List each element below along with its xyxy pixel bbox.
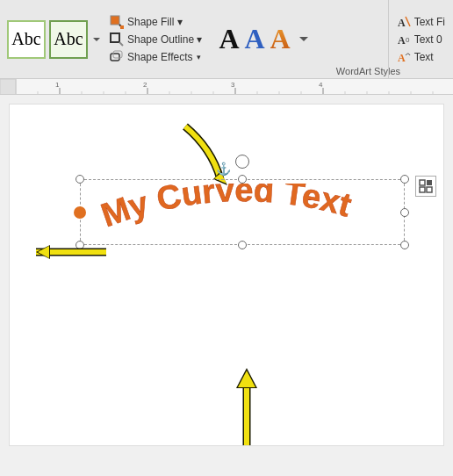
svg-text:2: 2 [143,81,147,89]
handle-bot-mid[interactable] [238,241,247,249]
svg-line-6 [406,17,410,26]
text-0-item[interactable]: A 0 Text 0 [394,32,448,47]
shape-effects-item[interactable]: Shape Effects ▾ [107,49,205,65]
svg-text:A: A [398,17,406,29]
svg-rect-1 [120,25,124,29]
ruler: /* ruler marks would be generated */ 1 2… [0,79,453,95]
text-fi-icon: A [397,15,411,29]
svg-rect-42 [427,187,432,192]
svg-rect-10 [0,79,453,95]
curved-text-svg: My Curved Text [97,184,387,241]
text-box-container[interactable]: ⚓ My Curved Text [80,179,405,245]
shape-effects-label: Shape Effects [127,51,193,63]
style-box-1[interactable]: Abc [7,20,46,59]
ruler-svg: /* ruler marks would be generated */ 1 2… [0,79,453,95]
canvas-area[interactable]: ⚓ My Curved Text [9,104,444,446]
svg-rect-41 [420,187,425,192]
text-icon: A [397,50,411,64]
shape-effects-arrow: ▾ [197,53,201,61]
svg-marker-45 [38,246,49,258]
svg-rect-11 [0,79,16,95]
handle-top-left[interactable] [76,175,84,184]
svg-text:0: 0 [406,36,410,44]
shape-fill-icon [110,15,124,29]
wordart-buttons: A A A [219,23,307,55]
curved-text-content: My Curved Text [97,184,356,234]
svg-text:1: 1 [55,81,60,89]
svg-rect-0 [111,16,119,25]
shape-effects-icon [110,50,124,64]
arrow-left [18,234,115,273]
rotate-handle[interactable] [235,155,249,169]
style-box-label-1: Abc [11,29,40,49]
handle-top-mid[interactable] [238,175,247,184]
wordart-more-dropdown[interactable] [299,37,308,41]
shape-options: Shape Fill ▾ Shape Outline ▾ Shape Effec… [107,14,205,65]
style-dropdown-arrow[interactable] [93,38,100,41]
text-fi-item[interactable]: A Text Fi [394,14,448,30]
svg-text:A: A [398,52,406,64]
text-label: Text [414,51,434,63]
text-item[interactable]: A Text [394,49,448,65]
svg-marker-47 [238,371,255,387]
wordart-a-blue[interactable]: A [245,23,265,55]
handle-mid-right[interactable] [400,208,409,217]
wordart-a-black[interactable]: A [219,23,239,55]
anchor-handle: ⚓ [216,162,231,176]
toolbar: Abc Abc Shape Fill ▾ [0,0,453,79]
wordart-section: A A A [219,23,307,55]
svg-rect-2 [111,33,119,42]
svg-text:My Curved Text: My Curved Text [97,184,356,234]
handle-top-right[interactable] [400,175,409,184]
text-0-label: Text 0 [414,33,442,46]
svg-rect-4 [113,51,122,58]
style-boxes: Abc Abc [7,20,100,59]
text-0-icon: A 0 [397,32,411,47]
style-box-2[interactable]: Abc [49,20,88,59]
shape-fill-label: Shape Fill ▾ [127,16,183,28]
shape-outline-label: Shape Outline ▾ [127,33,202,46]
style-box-label-2: Abc [54,29,83,49]
svg-text:A: A [398,34,406,47]
shape-fill-item[interactable]: Shape Fill ▾ [107,14,205,30]
svg-rect-39 [420,180,425,185]
svg-text:4: 4 [319,81,323,89]
svg-rect-3 [111,54,119,61]
curve-control-dot[interactable] [74,206,86,219]
svg-rect-40 [427,180,432,185]
handle-bot-right[interactable] [400,241,409,249]
text-options: A Text Fi A 0 Text 0 A Text [388,0,453,79]
shape-outline-icon [110,32,124,47]
text-fi-label: Text Fi [414,16,445,28]
wordart-a-gradient[interactable]: A [270,23,291,55]
layout-options-icon[interactable] [415,176,436,197]
arrow-up [212,355,282,446]
shape-outline-item[interactable]: Shape Outline ▾ [107,32,205,47]
svg-text:3: 3 [231,81,235,89]
